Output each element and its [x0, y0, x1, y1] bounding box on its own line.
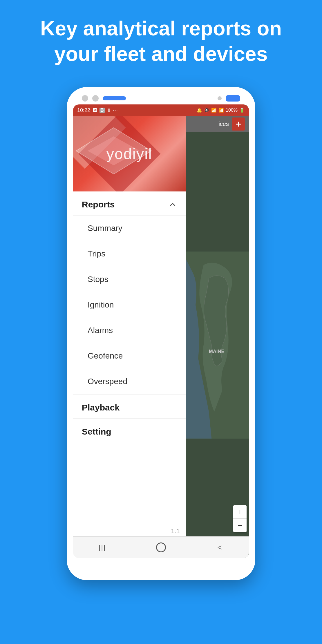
- phone-center-pill: [103, 96, 126, 100]
- phone-frame: 10:22 🖼 B ⬇ ··· 🔔 🔇 📶 📶 100% 🔋: [67, 87, 255, 580]
- setting-section-header[interactable]: Setting: [73, 418, 186, 442]
- menu-item-stops[interactable]: Stops: [73, 267, 186, 292]
- status-icon-dots: ···: [113, 108, 118, 113]
- map-toolbar-label: ices: [218, 121, 229, 127]
- chevron-up-icon: [168, 200, 177, 209]
- back-icon: <: [217, 543, 222, 552]
- map-body[interactable]: MAINE + −: [182, 132, 249, 558]
- map-panel: ices: [182, 104, 249, 558]
- menu-item-ignition[interactable]: Ignition: [73, 292, 186, 318]
- version-text: 1.1: [171, 527, 180, 535]
- red-action-btn[interactable]: [232, 117, 245, 131]
- menu-item-trips[interactable]: Trips: [73, 241, 186, 267]
- nav-recent-button[interactable]: |||: [94, 539, 111, 556]
- menu-item-geofence[interactable]: Geofence: [73, 343, 186, 369]
- status-icon-arrow: ⬇: [107, 108, 111, 113]
- status-battery-icon: 🔋: [239, 108, 245, 113]
- reports-title: Reports: [82, 200, 115, 209]
- status-signal-icon: 📶: [218, 108, 224, 113]
- hero-title: Key analytical reports on your fleet and…: [23, 16, 299, 67]
- status-icon-b: B: [100, 108, 105, 113]
- phone-rect-right: [226, 95, 240, 102]
- map-svg: MAINE: [182, 132, 249, 558]
- status-right: 🔔 🔇 📶 📶 100% 🔋: [197, 108, 245, 113]
- app-header: yodiyil: [73, 116, 186, 191]
- phone-speaker-dot: [92, 95, 99, 102]
- home-circle-icon: [156, 542, 166, 552]
- bottom-nav: ||| <: [73, 536, 249, 558]
- drawer-menu: Reports Summary Trips Stops: [73, 191, 186, 558]
- status-alarm-icon: 🔔: [197, 108, 202, 113]
- status-mute-icon: 🔇: [204, 108, 209, 113]
- status-bar: 10:22 🖼 B ⬇ ··· 🔔 🔇 📶 📶 100% 🔋: [73, 104, 249, 116]
- phone-screen: 10:22 🖼 B ⬇ ··· 🔔 🔇 📶 📶 100% 🔋: [73, 104, 249, 558]
- nav-back-button[interactable]: <: [211, 539, 228, 556]
- phone-camera-dot: [82, 95, 88, 102]
- phone-container: 10:22 🖼 B ⬇ ··· 🔔 🔇 📶 📶 100% 🔋: [0, 87, 322, 580]
- drawer-panel: yodiyil Reports Summary: [73, 104, 186, 558]
- status-icon-photo: 🖼: [93, 108, 97, 113]
- logo-text: yodiyil: [106, 145, 153, 162]
- menu-item-summary[interactable]: Summary: [73, 216, 186, 241]
- zoom-in-button[interactable]: +: [233, 505, 247, 519]
- menu-item-overspeed[interactable]: Overspeed: [73, 369, 186, 394]
- add-icon: [235, 121, 242, 128]
- phone-dot-right: [218, 96, 222, 100]
- nav-home-button[interactable]: [152, 539, 170, 556]
- maine-label: MAINE: [209, 349, 224, 354]
- status-left: 10:22 🖼 B ⬇ ···: [77, 107, 118, 113]
- playback-label: Playback: [82, 403, 120, 412]
- menu-item-alarms[interactable]: Alarms: [73, 318, 186, 343]
- playback-section-header[interactable]: Playback: [73, 394, 186, 418]
- reports-section-header[interactable]: Reports: [73, 191, 186, 216]
- phone-hardware-bar: [73, 95, 249, 104]
- map-zoom-controls: + −: [233, 505, 247, 532]
- status-battery-text: 100%: [226, 108, 238, 113]
- setting-label: Setting: [82, 427, 111, 436]
- zoom-out-button[interactable]: −: [233, 519, 247, 532]
- recent-icon: |||: [99, 544, 106, 551]
- hero-section: Key analytical reports on your fleet and…: [0, 0, 322, 75]
- status-wifi-icon: 📶: [211, 108, 217, 113]
- map-toolbar: ices: [182, 116, 249, 132]
- status-time: 10:22: [77, 107, 90, 113]
